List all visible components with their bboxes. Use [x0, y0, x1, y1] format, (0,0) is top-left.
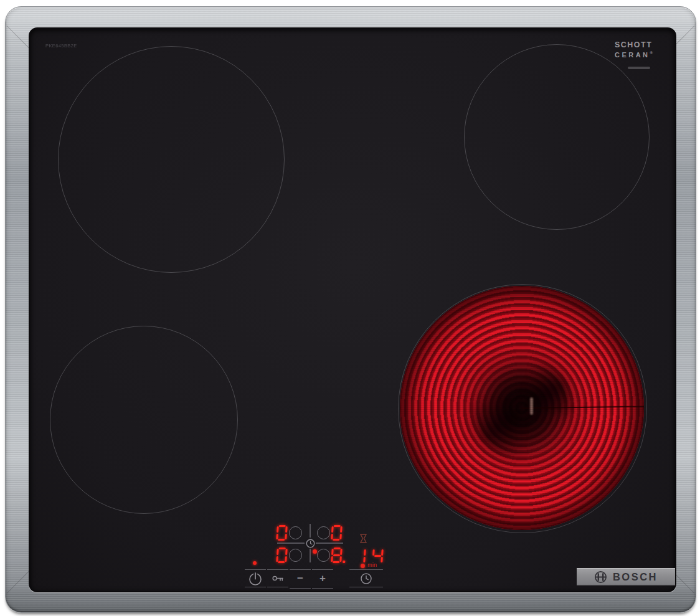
zone-select-clock-icon [305, 538, 316, 549]
display-back-left-level [277, 525, 287, 541]
timer-button[interactable] [349, 569, 383, 587]
burner-front-left [50, 326, 238, 514]
frame-miter-line [7, 26, 29, 48]
ceramic-glass-surface: PKE645BB2E SCHOTT CERAN® [29, 27, 676, 592]
timer-unit-label: min [367, 562, 377, 568]
minus-button[interactable]: − [290, 569, 311, 589]
model-number: PKE645BB2E [45, 43, 77, 49]
display-front-right-level [331, 547, 342, 563]
display-back-right-level [331, 525, 342, 541]
zone-key-front-right[interactable] [317, 549, 330, 562]
burner-back-right [464, 44, 650, 230]
bosch-badge: BOSCH [577, 568, 675, 585]
zone-selected-dot [313, 549, 317, 554]
childlock-key-icon [272, 575, 284, 582]
zone-key-front-left[interactable] [289, 549, 302, 562]
bosch-wordmark: BOSCH [613, 571, 658, 583]
zone-key-back-left[interactable] [289, 526, 302, 539]
display-front-left-level [277, 547, 287, 563]
power-button[interactable] [245, 569, 266, 587]
photo-stage: PKE645BB2E SCHOTT CERAN® [0, 0, 700, 616]
bosch-armature-icon [594, 571, 607, 584]
plus-button[interactable]: + [312, 569, 333, 589]
power-on-dot [253, 561, 257, 565]
frame-miter-line [7, 571, 29, 594]
power-icon [247, 571, 263, 587]
timer-active-dot [361, 564, 365, 568]
timer-clock-icon [360, 572, 372, 585]
ceran-fineprint-illegible [628, 67, 650, 69]
schott-ceran-logo: SCHOTT CERAN® [615, 41, 653, 59]
registered-mark: ® [650, 51, 653, 55]
zone-key-back-right[interactable] [317, 526, 330, 539]
schott-ceran-line2: CERAN® [615, 49, 653, 59]
burner-vignette [400, 286, 644, 530]
hob-frame: PKE645BB2E SCHOTT CERAN® [5, 6, 696, 613]
hourglass-timer-icon [360, 534, 367, 543]
schott-ceran-line1: SCHOTT [615, 41, 653, 49]
childlock-button[interactable] [267, 569, 288, 587]
burner-back-left [58, 46, 285, 273]
burner-front-right-glowing [400, 286, 644, 530]
